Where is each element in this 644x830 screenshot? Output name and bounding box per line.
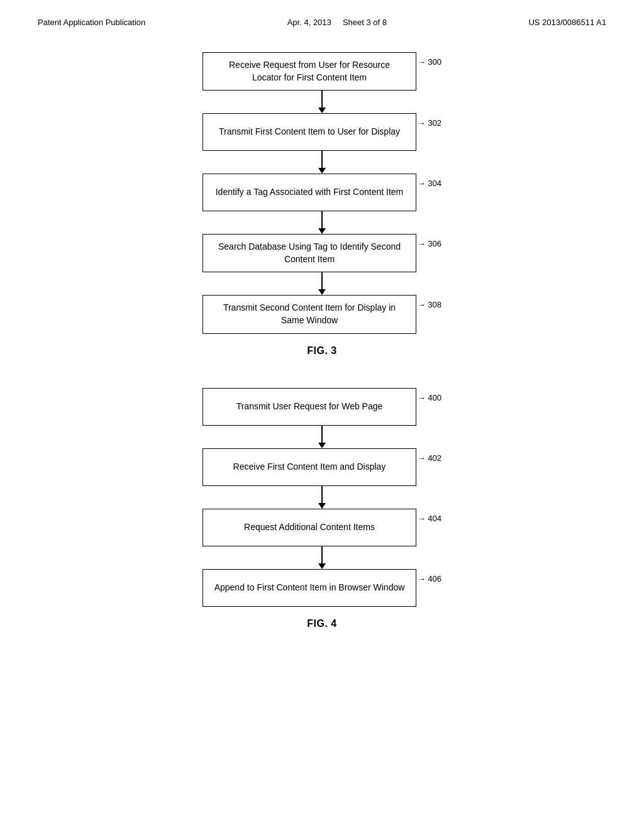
sheet-info: Sheet 3 of 8 bbox=[343, 18, 387, 27]
flow-step: Identify a Tag Associated with First Con… bbox=[203, 174, 441, 211]
step-number-304: → 304 bbox=[418, 179, 441, 188]
header-left: Patent Application Publication bbox=[38, 18, 145, 27]
flow-step: Receive Request from User for Resource L… bbox=[203, 52, 441, 91]
arrow-head bbox=[318, 563, 326, 569]
fig4-flow: Transmit User Request for Web Page→ 400R… bbox=[203, 388, 441, 607]
fig4-label: FIG. 4 bbox=[307, 618, 336, 629]
arrow-line bbox=[321, 272, 323, 289]
arrow-connector bbox=[215, 211, 429, 234]
arrow-line bbox=[321, 546, 323, 563]
flow-box-400: Transmit User Request for Web Page bbox=[203, 388, 416, 426]
flow-step: Request Additional Content Items→ 404 bbox=[203, 509, 441, 546]
arrow-head bbox=[318, 443, 326, 448]
fig3-label: FIG. 3 bbox=[307, 345, 336, 357]
step-number-308: → 308 bbox=[418, 300, 441, 309]
arrow-line bbox=[321, 426, 323, 443]
flow-step: Transmit First Content Item to User for … bbox=[203, 113, 441, 151]
patent-number: US 2013/0086511 A1 bbox=[528, 18, 606, 27]
step-number-302: → 302 bbox=[418, 118, 441, 128]
arrow-connector bbox=[215, 426, 429, 448]
flow-step: Append to First Content Item in Browser … bbox=[203, 569, 441, 607]
step-number-406: → 406 bbox=[418, 574, 441, 584]
arrow-connector bbox=[215, 546, 429, 569]
arrow-head bbox=[318, 228, 326, 234]
arrow-head bbox=[318, 503, 326, 509]
header-center: Apr. 4, 2013 Sheet 3 of 8 bbox=[287, 18, 387, 27]
arrow-line bbox=[321, 151, 323, 168]
step-number-402: → 402 bbox=[418, 453, 441, 463]
flow-box-306: Search Database Using Tag to Identify Se… bbox=[203, 234, 416, 272]
fig3-diagram: Receive Request from User for Resource L… bbox=[203, 52, 441, 357]
header-right: US 2013/0086511 A1 bbox=[528, 18, 606, 27]
fig4-diagram: Transmit User Request for Web Page→ 400R… bbox=[203, 388, 441, 629]
flow-box-302: Transmit First Content Item to User for … bbox=[203, 113, 416, 151]
arrow-line bbox=[321, 211, 323, 228]
flow-step: Receive First Content Item and Display→ … bbox=[203, 448, 441, 486]
step-number-306: → 306 bbox=[418, 239, 441, 248]
flow-step: Transmit Second Content Item for Display… bbox=[203, 295, 441, 333]
flow-box-308: Transmit Second Content Item for Display… bbox=[203, 295, 416, 333]
publication-label: Patent Application Publication bbox=[38, 18, 145, 27]
flow-box-304: Identify a Tag Associated with First Con… bbox=[203, 174, 416, 211]
arrow-line bbox=[321, 91, 323, 108]
arrow-connector bbox=[215, 151, 429, 174]
step-number-400: → 400 bbox=[418, 393, 441, 402]
arrow-line bbox=[321, 486, 323, 503]
arrow-head bbox=[318, 108, 326, 113]
publication-date: Apr. 4, 2013 bbox=[287, 18, 331, 27]
step-number-300: → 300 bbox=[418, 57, 441, 67]
arrow-connector bbox=[215, 486, 429, 509]
arrow-connector bbox=[215, 91, 429, 113]
flow-step: Transmit User Request for Web Page→ 400 bbox=[203, 388, 441, 426]
arrow-head bbox=[318, 289, 326, 295]
flow-box-406: Append to First Content Item in Browser … bbox=[203, 569, 416, 607]
main-content: Receive Request from User for Resource L… bbox=[0, 27, 644, 661]
page-header: Patent Application Publication Apr. 4, 2… bbox=[0, 0, 644, 27]
flow-step: Search Database Using Tag to Identify Se… bbox=[203, 234, 441, 272]
flow-box-402: Receive First Content Item and Display bbox=[203, 448, 416, 486]
arrow-connector bbox=[215, 272, 429, 295]
arrow-head bbox=[318, 168, 326, 174]
flow-box-404: Request Additional Content Items bbox=[203, 509, 416, 546]
step-number-404: → 404 bbox=[418, 514, 441, 523]
fig3-flow: Receive Request from User for Resource L… bbox=[203, 52, 441, 334]
flow-box-300: Receive Request from User for Resource L… bbox=[203, 52, 416, 91]
